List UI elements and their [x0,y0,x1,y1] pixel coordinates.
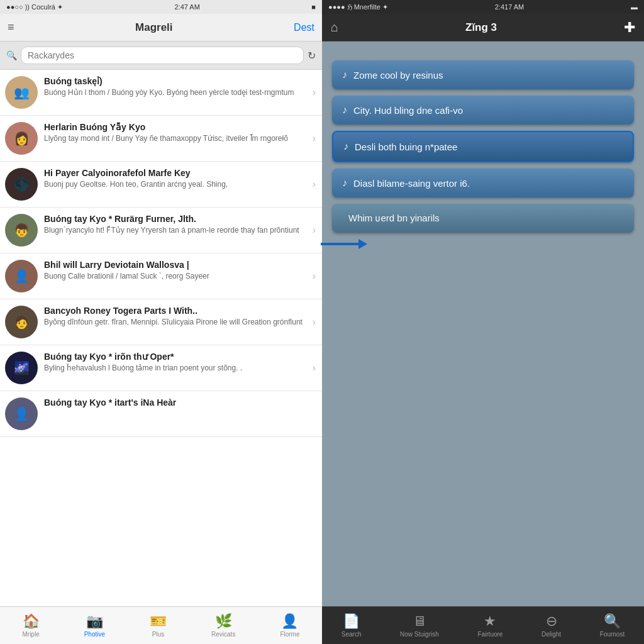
conv-content-3: Buóng tay Kyo * Rurärg Furner, Jlth. Blu… [44,214,304,236]
conv-name-6: Buóng tay Kyo * irõn thư Oper* [44,352,304,362]
conv-name-5: Bancyoh Roney Togera Parts I With.. [44,306,304,316]
music-label-1: City. Hud bling dne cafi-vo [353,105,463,116]
conv-name-1: Herlarin Buóng Yẫy Kyo [44,122,304,132]
music-label-3: Diasl bilame-saing vertor i6. [353,178,470,189]
avatar-0: 👥 [5,76,38,109]
menu-icon[interactable]: ≡ [8,21,14,34]
tab-mriple-label: Mriple [22,631,39,638]
nav-bar-right: ⌂ Zĭng 3 ✚ [322,14,644,42]
avatar-4: 👤 [5,260,38,292]
avatar-3: 👦 [5,214,38,247]
arrow-line [321,243,358,245]
time-left: 2:47 AM [174,3,199,11]
tab-mriple[interactable]: 🏠 Mriple [22,613,39,638]
conv-item-2[interactable]: 🌑 Hi Payer Calyoinorafefol Marfe Key Buo… [0,162,322,208]
conv-content-7: Buóng tay Kyo * itart's iNa Heàr [44,397,316,409]
note-icon-1: ♪ [342,104,347,116]
conv-name-4: Bhil will Larry Deviotain Wallosva | [44,260,304,270]
conv-item-1[interactable]: 👩 Herlarin Buóng Yẫy Kyo Llyõng tay mond… [0,116,322,162]
conv-preview-2: Buonj puy Geoltse. Hon teo, Grantin arćn… [44,179,304,190]
music-btn-4[interactable]: Whim ᴜerd bn yinarils [332,204,634,233]
home-nav-icon[interactable]: ⌂ [331,20,338,35]
conv-item-3[interactable]: 👦 Buóng tay Kyo * Rurärg Furner, Jlth. B… [0,208,322,253]
conv-arrow-0: › [313,87,316,98]
avatar-2: 🌑 [5,168,38,201]
tab-now-label: Now Stuigrish [400,631,439,638]
conv-item-4[interactable]: 👤 Bhil will Larry Deviotain Wallosva | B… [0,253,322,299]
revicats-icon-tab: 🌿 [215,613,232,630]
conv-item-6[interactable]: 🌌 Buóng tay Kyo * irõn thư Oper* Byling … [0,345,322,391]
conv-arrow-2: › [313,179,316,190]
tab-florme-label: Florme [280,631,299,638]
conv-preview-1: Llyõng tay mond int / Buny Yay ñe thamax… [44,133,304,144]
tab-fairtuore[interactable]: ★ Fairtuore [477,613,502,638]
music-btn-0[interactable]: ♪ Zome cool by resinus [332,60,634,89]
tab-revicats[interactable]: 🌿 Revicats [211,613,235,638]
conversation-list: 👥 Buóng taskęỉ) Buóng Hủn l thom / Buóng… [0,70,322,606]
tab-photive[interactable]: 📷 Photive [84,613,105,638]
tab-fournost-label: Fournost [600,631,625,638]
tab-delight[interactable]: ⊖ Delight [541,613,561,638]
conv-name-2: Hi Payer Calyoinorafefol Marfe Key [44,168,304,178]
search-bar: 🔍 ↻ [0,42,322,70]
note-icon-0: ♪ [342,69,347,80]
note-icon-2: ♪ [343,141,348,152]
conv-preview-0: Buóng Hủn l thom / Buóng yòy Kyo. Byóng … [44,87,304,98]
music-label-0: Zome cool by resinus [353,70,443,80]
tab-delight-label: Delight [541,631,561,638]
conv-content-4: Bhil will Larry Deviotain Wallosva | Buo… [44,260,304,282]
avatar-7: 👤 [5,397,38,430]
music-list: ♪ Zome cool by resinus ♪ City. Hud bling… [322,42,644,606]
music-btn-3[interactable]: ♪ Diasl bilame-saing vertor i6. [332,169,634,197]
music-label-4: Whim ᴜerd bn yinarils [348,213,440,224]
search-icon-right-tab2: 🔍 [604,613,621,630]
tab-plus-label: Plus [152,631,164,638]
tab-fournost[interactable]: 🔍 Fournost [600,613,625,638]
refresh-icon[interactable]: ↻ [308,50,316,62]
music-btn-1[interactable]: ♪ City. Hud bling dne cafi-vo [332,96,634,125]
search-icon-right-tab: 📄 [343,613,360,630]
minus-circle-icon-tab: ⊖ [546,613,557,630]
tab-plus[interactable]: 🎫 Plus [150,613,167,638]
carrier-right: ●●●● ℌ Mnerfilte ✦ [328,3,388,11]
battery-right: ▬ [631,3,638,11]
avatar-5: 🧑 [5,306,38,338]
conv-name-0: Buóng taskęỉ) [44,76,304,86]
left-panel: ●●○○ )) Coculrá ✦ 2:47 AM ■ ≡ Magreli De… [0,0,322,644]
conv-content-0: Buóng taskęỉ) Buóng Hủn l thom / Buóng y… [44,76,304,98]
add-icon-right[interactable]: ✚ [624,19,635,36]
avatar-6: 🌌 [5,352,38,384]
tab-bar-left: 🏠 Mriple 📷 Photive 🎫 Plus 🌿 Revicats 👤 F… [0,606,322,644]
music-label-2: Desli both buing n*patee [355,142,457,152]
tab-search-right[interactable]: 📄 Search [341,613,362,638]
carrier-left: ●●○○ )) Coculrá ✦ [6,3,63,11]
right-panel: ●●●● ℌ Mnerfilte ✦ 2:417 AM ▬ ⌂ Zĭng 3 ✚… [322,0,644,644]
dest-button[interactable]: Dest [294,22,314,33]
conv-preview-6: Byling ȟehavalush l Buóng tảme in trian … [44,363,304,374]
conv-arrow-5: › [313,316,316,328]
conv-arrow-4: › [313,270,316,282]
arrow-head [358,239,367,249]
conv-content-1: Herlarin Buóng Yẫy Kyo Llyõng tay mond i… [44,122,304,144]
now-icon-tab: 🖥 [413,613,426,630]
conv-item-5[interactable]: 🧑 Bancyoh Roney Togera Parts I With.. By… [0,299,322,345]
tab-now-stuigrish[interactable]: 🖥 Now Stuigrish [400,613,439,638]
conv-preview-3: Blugn`ryancylo ht! F̃Tủy ney Yryersh tan… [44,225,304,236]
conv-arrow-3: › [313,225,316,236]
status-bar-left: ●●○○ )) Coculrá ✦ 2:47 AM ■ [0,0,322,14]
music-btn-2-highlighted[interactable]: ♪ Desli both buing n*patee [332,131,634,162]
conv-item-7[interactable]: 👤 Buóng tay Kyo * itart's iNa Heàr [0,391,322,437]
tab-florme[interactable]: 👤 Florme [280,613,299,638]
search-input[interactable] [21,47,304,64]
conv-item-0[interactable]: 👥 Buóng taskęỉ) Buóng Hủn l thom / Buóng… [0,70,322,116]
arrow-overlay [321,239,367,249]
note-icon-3: ♪ [342,177,347,189]
conv-content-6: Buóng tay Kyo * irõn thư Oper* Byling ȟe… [44,352,304,374]
tab-search-label: Search [341,631,362,638]
tab-fairtuore-label: Fairtuore [477,631,502,638]
conv-content-2: Hi Payer Calyoinorafefol Marfe Key Buonj… [44,168,304,190]
home-icon-tab: 🏠 [23,613,40,630]
conv-preview-4: Buong Calle brationil / lamal Suck `, re… [44,271,304,282]
app-title-right: Zĭng 3 [465,21,497,34]
tab-revicats-label: Revicats [211,631,235,638]
